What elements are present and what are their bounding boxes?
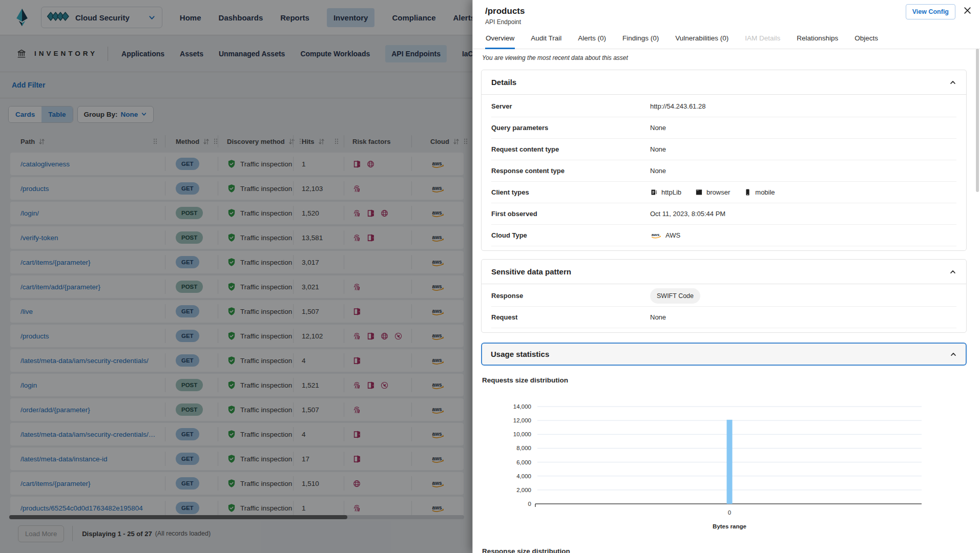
table-row[interactable]: /loginPOSTTraffic inspection1,521aws (10, 374, 464, 396)
risk-factors (352, 202, 394, 224)
hits-count: 12,102 (302, 332, 323, 340)
nav-item-dashboards[interactable]: Dashboards (219, 8, 263, 27)
hits-count: 1,507 (302, 406, 319, 414)
details-card-header[interactable]: Details (482, 70, 966, 95)
svg-text:Bytes range: Bytes range (713, 523, 746, 529)
subnav-tab-applications[interactable]: Applications (121, 45, 164, 62)
endpoint-path-link[interactable]: /verify-token (20, 234, 58, 242)
endpoint-path-link[interactable]: /catalogliveness (20, 160, 70, 168)
panel-header: /products API Endpoint View Config (473, 0, 980, 26)
detail-label: Client types (491, 188, 650, 196)
endpoint-path-link[interactable]: /latest/meta-data/instance-id (20, 455, 108, 463)
endpoint-path-link[interactable]: /login/ (20, 209, 39, 217)
endpoint-path-link[interactable]: /cart/items/{parameter} (20, 480, 91, 487)
fingerprint-icon (352, 381, 361, 390)
table-row[interactable]: /cataloglivenessGETTraffic inspection1aw… (10, 153, 464, 175)
subnav-tab-compute-workloads[interactable]: Compute Workloads (300, 45, 370, 62)
table-header: PathMethodDiscovery methodHitsRisk facto… (10, 131, 464, 152)
aws-icon: aws (430, 479, 446, 488)
detail-value: None (650, 124, 666, 132)
add-filter-button[interactable]: Add Filter (12, 81, 45, 89)
table-row[interactable]: /latest/meta-data/iam/security-credentia… (10, 349, 464, 372)
discovery-method: Traffic inspection (240, 332, 292, 340)
subnav-tab-unmanaged-assets[interactable]: Unmanaged Assets (219, 45, 285, 62)
usage-statistics-header[interactable]: Usage statistics (481, 343, 967, 366)
view-toggle: Cards Table (8, 106, 73, 123)
table-row[interactable]: /cart/item/add/{parameter}POSTTraffic in… (10, 275, 464, 298)
detail-label: First observed (491, 210, 650, 218)
cell-divider (293, 476, 294, 491)
endpoint-path-link[interactable]: /cart/item/add/{parameter} (20, 283, 100, 291)
scrollbar-thumb[interactable] (9, 515, 347, 519)
brand-logo-icon[interactable] (13, 8, 31, 27)
column-header-risk-factors[interactable]: Risk factors (352, 131, 390, 152)
asset-details-panel: /products API Endpoint View Config Overv… (472, 0, 980, 553)
column-header-path[interactable]: Path (20, 131, 46, 152)
product-switcher-dropdown[interactable]: Cloud Security (41, 7, 162, 28)
panel-scrollbar[interactable] (976, 49, 979, 192)
cards-view-button[interactable]: Cards (9, 107, 41, 122)
drag-dots-icon[interactable] (153, 138, 158, 145)
open-door-icon (352, 356, 361, 365)
table-row[interactable]: /verify-tokenPOSTTraffic inspection13,58… (10, 226, 464, 249)
cell-divider (293, 304, 294, 318)
table-view-button[interactable]: Table (41, 107, 72, 122)
discovery-method: Traffic inspection (240, 234, 292, 242)
endpoint-path-link[interactable]: /login (20, 381, 37, 389)
nav-item-home[interactable]: Home (180, 8, 201, 27)
table-row[interactable]: /productsGETTraffic inspection12,102aws (10, 325, 464, 347)
table-row[interactable]: /liveGETTraffic inspection1,507aws (10, 300, 464, 323)
endpoint-path-link[interactable]: /products (20, 185, 49, 193)
table-row[interactable]: /login/POSTTraffic inspection1,520aws (10, 202, 464, 224)
endpoint-path-link[interactable]: /products/65254c0d0d1763482e195804 (20, 504, 143, 512)
sensitive-card-header[interactable]: Sensitive data pattern (482, 260, 966, 284)
fingerprint-icon (352, 233, 361, 242)
drag-dots-icon[interactable] (334, 138, 339, 145)
table-row[interactable]: /productsGETTraffic inspection12,103aws (10, 177, 464, 200)
nav-item-alerts[interactable]: Alerts (453, 8, 475, 27)
fingerprint-icon (352, 209, 361, 218)
column-header-method[interactable]: Method (176, 131, 218, 152)
table-row[interactable]: /cart/items/{parameter}GETTraffic inspec… (10, 472, 464, 495)
table-row[interactable]: /latest/meta-data/instance-idGETTraffic … (10, 448, 464, 470)
endpoint-path-link[interactable]: /products (20, 332, 49, 340)
client-type: browser (695, 188, 730, 196)
open-door-icon (366, 332, 375, 341)
cell-divider (218, 378, 218, 392)
detail-value-text: Oct 11, 2023, 8:05:44 PM (650, 210, 725, 218)
endpoint-path-link[interactable]: /latest/meta-data/iam/security-credentia… (20, 431, 159, 438)
endpoint-path-link[interactable]: /live (20, 308, 33, 315)
detail-label: Cloud Type (491, 231, 650, 239)
cell-divider (218, 353, 218, 368)
screen: Cloud Security HomeDashboardsReportsInve… (0, 0, 980, 553)
open-door-icon (352, 160, 361, 168)
endpoint-path-link[interactable]: /cart/items/{parameter} (20, 259, 91, 266)
load-more-button[interactable]: Load More (18, 525, 64, 542)
shield-check-icon (227, 159, 236, 168)
table-row[interactable]: /order/add/{parameter}POSTTraffic inspec… (10, 398, 464, 421)
client-type-label: httpLib (661, 188, 681, 196)
risk-factors (352, 398, 366, 421)
column-header-cloud[interactable]: Cloud (430, 131, 468, 152)
close-icon[interactable] (963, 6, 972, 15)
column-header-hits[interactable]: Hits (302, 131, 325, 152)
subnav-tab-api-endpoints[interactable]: API Endpoints (385, 45, 447, 62)
column-header-discovery-method[interactable]: Discovery method (227, 131, 304, 152)
view-config-button[interactable]: View Config (906, 4, 955, 19)
pagination-status: Displaying 1 - 25 of 27 (82, 530, 152, 538)
drag-dots-icon (463, 138, 468, 145)
risk-factors (352, 300, 366, 323)
subnav-tab-assets[interactable]: Assets (180, 45, 203, 62)
horizontal-scrollbar[interactable] (9, 515, 464, 519)
nav-item-compliance[interactable]: Compliance (392, 8, 435, 27)
cell-divider (165, 378, 165, 392)
nav-item-inventory[interactable]: Inventory (327, 8, 375, 27)
endpoint-path-link[interactable]: /latest/meta-data/iam/security-credentia… (20, 357, 149, 365)
recency-note: You are viewing the most recent data abo… (482, 54, 967, 61)
endpoint-path-link[interactable]: /order/add/{parameter} (20, 406, 90, 414)
group-by-select[interactable]: Group By: None (77, 106, 154, 123)
table-row[interactable]: /cart/items/{parameter}GETTraffic inspec… (10, 251, 464, 273)
table-row[interactable]: /latest/meta-data/iam/security-credentia… (10, 423, 464, 445)
sensitive-card-body: ResponseSWIFT CodeRequestNone (482, 284, 966, 332)
nav-item-reports[interactable]: Reports (280, 8, 309, 27)
